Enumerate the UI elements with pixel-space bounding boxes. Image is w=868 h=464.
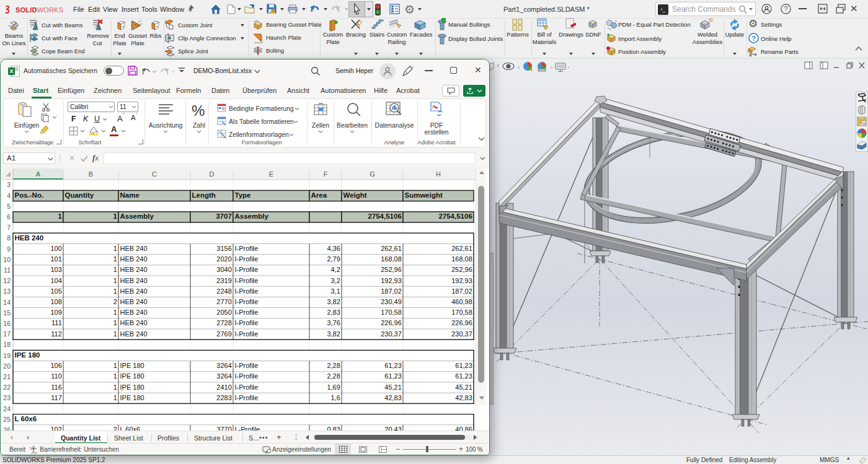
svg-text:F: F xyxy=(324,170,328,178)
svg-text:109: 109 xyxy=(50,309,61,316)
svg-text:IPE 180: IPE 180 xyxy=(120,372,144,380)
svg-text:3156: 3156 xyxy=(216,245,231,252)
svg-text:I-Profile: I-Profile xyxy=(235,277,259,284)
svg-text:108: 108 xyxy=(50,298,61,305)
svg-text:1: 1 xyxy=(113,212,117,220)
svg-text:IPE 180: IPE 180 xyxy=(15,351,40,359)
svg-text:262,61: 262,61 xyxy=(381,245,402,252)
svg-text:I-Profile: I-Profile xyxy=(235,383,259,391)
svg-text:1: 1 xyxy=(113,266,117,273)
svg-text:9: 9 xyxy=(7,245,11,253)
svg-text:3,82: 3,82 xyxy=(327,330,340,338)
svg-text:45,21: 45,21 xyxy=(384,383,402,391)
svg-text:42,83: 42,83 xyxy=(384,394,402,401)
svg-text:252,96: 252,96 xyxy=(381,266,402,273)
svg-text:HEB 240: HEB 240 xyxy=(120,277,148,284)
svg-text:42,83: 42,83 xyxy=(455,394,472,401)
svg-text:21: 21 xyxy=(3,373,11,380)
svg-text:HEB 240: HEB 240 xyxy=(120,330,148,338)
svg-text:1: 1 xyxy=(113,287,117,295)
svg-text:2,28: 2,28 xyxy=(327,362,340,369)
svg-text:?: ? xyxy=(784,5,787,12)
svg-text:Quantity: Quantity xyxy=(65,191,94,199)
svg-text:230,37: 230,37 xyxy=(381,330,402,338)
svg-text:B: B xyxy=(89,170,93,178)
svg-text:252,96: 252,96 xyxy=(451,266,472,273)
svg-text:10: 10 xyxy=(3,256,11,263)
svg-text:2769: 2769 xyxy=(216,330,231,338)
svg-text:2,79: 2,79 xyxy=(327,255,340,263)
svg-text:61,23: 61,23 xyxy=(455,372,472,380)
svg-text:I-Profile: I-Profile xyxy=(235,319,259,326)
svg-text:2283: 2283 xyxy=(216,394,231,401)
svg-text:168,08: 168,08 xyxy=(381,255,402,263)
svg-text:3,1: 3,1 xyxy=(331,287,340,295)
svg-text:230,49: 230,49 xyxy=(381,298,402,305)
svg-text:3,82: 3,82 xyxy=(327,298,340,305)
svg-text:Name: Name xyxy=(120,191,140,199)
svg-text:IPE 180: IPE 180 xyxy=(120,394,144,401)
svg-text:HEB 240: HEB 240 xyxy=(120,309,148,316)
svg-text:1,6: 1,6 xyxy=(331,394,340,401)
svg-text:2,83: 2,83 xyxy=(327,309,340,316)
svg-text:4: 4 xyxy=(7,192,11,199)
svg-text:2754,5106: 2754,5106 xyxy=(438,212,472,220)
svg-text:2754,5106: 2754,5106 xyxy=(368,212,401,220)
svg-text:Pos.-No.: Pos.-No. xyxy=(15,191,44,199)
svg-text:C: C xyxy=(152,170,157,178)
svg-text:Assembly: Assembly xyxy=(235,212,269,220)
svg-text:Area: Area xyxy=(311,191,327,199)
svg-text:11: 11 xyxy=(4,266,11,274)
svg-text:4,2: 4,2 xyxy=(331,266,340,273)
svg-text:2770: 2770 xyxy=(216,298,231,305)
svg-text:7: 7 xyxy=(7,224,11,231)
svg-text:I-Profile: I-Profile xyxy=(235,255,259,263)
svg-text:116: 116 xyxy=(51,383,62,391)
svg-text:3,2: 3,2 xyxy=(331,277,340,284)
svg-text:170,58: 170,58 xyxy=(381,309,402,316)
svg-text:1: 1 xyxy=(113,309,117,316)
svg-text:I-Profile: I-Profile xyxy=(235,372,259,380)
svg-text:3040: 3040 xyxy=(216,266,231,273)
svg-text:17: 17 xyxy=(3,330,11,338)
svg-text:15: 15 xyxy=(3,309,11,317)
svg-text:112: 112 xyxy=(51,330,62,338)
svg-text:HEB 240: HEB 240 xyxy=(120,287,148,295)
svg-text:19: 19 xyxy=(3,352,11,359)
svg-text:2: 2 xyxy=(113,298,117,305)
svg-text:HEB 240: HEB 240 xyxy=(15,234,44,242)
svg-text:1: 1 xyxy=(113,394,117,401)
svg-text:?: ? xyxy=(751,35,756,42)
svg-text:230,37: 230,37 xyxy=(451,330,472,338)
svg-text:I-Profile: I-Profile xyxy=(235,309,259,316)
svg-text:E: E xyxy=(269,170,273,178)
svg-text:I-Profile: I-Profile xyxy=(235,362,259,369)
svg-text:HEB 240: HEB 240 xyxy=(120,266,148,273)
svg-text:L 60x6: L 60x6 xyxy=(15,415,37,422)
svg-text:226,96: 226,96 xyxy=(451,319,472,326)
svg-text:A: A xyxy=(36,170,41,178)
svg-text:192,93: 192,93 xyxy=(381,277,402,284)
svg-text:3264: 3264 xyxy=(216,362,231,369)
svg-text:1: 1 xyxy=(113,245,117,252)
svg-text:Sumweight: Sumweight xyxy=(405,191,443,199)
svg-text:110: 110 xyxy=(51,372,62,380)
svg-text:IPE 180: IPE 180 xyxy=(120,362,144,369)
svg-text:24: 24 xyxy=(3,405,11,413)
svg-text:100: 100 xyxy=(50,245,61,252)
svg-text:a: a xyxy=(749,52,752,57)
svg-text:14: 14 xyxy=(3,299,11,306)
svg-text:104: 104 xyxy=(50,277,61,284)
svg-text:111: 111 xyxy=(51,319,62,326)
svg-text:1: 1 xyxy=(113,362,117,369)
svg-text:1: 1 xyxy=(113,330,117,338)
svg-text:1,69: 1,69 xyxy=(327,383,340,391)
svg-text:170,58: 170,58 xyxy=(451,309,472,316)
svg-text:I-Profile: I-Profile xyxy=(235,245,259,252)
svg-text:3,76: 3,76 xyxy=(327,319,340,326)
svg-text:8: 8 xyxy=(7,234,11,242)
svg-text:3: 3 xyxy=(7,181,11,188)
svg-text:105: 105 xyxy=(50,287,61,295)
svg-text:2020: 2020 xyxy=(216,255,231,263)
svg-text:1: 1 xyxy=(113,319,117,326)
